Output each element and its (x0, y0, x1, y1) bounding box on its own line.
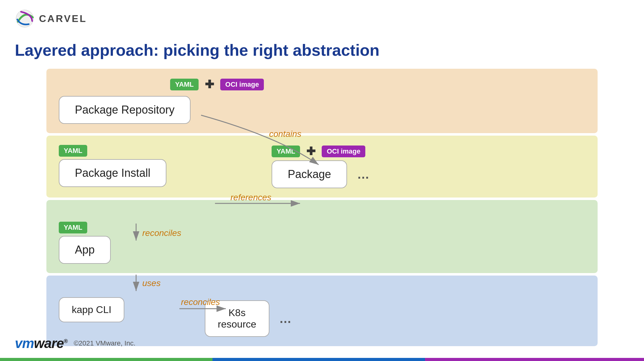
vmware-logo: vmware® (15, 336, 67, 351)
band-app: YAML App (46, 200, 598, 273)
footer-bar (0, 358, 644, 361)
band-package-repository: YAML ✚ OCI image Package Repository (46, 69, 598, 133)
plus-icon-package: ✚ (306, 145, 316, 158)
kapp-cli-node: kapp CLI (59, 297, 124, 322)
yaml-badge-app: YAML (59, 222, 87, 233)
diagram-wrapper: contains references reconciles uses reco… (46, 69, 598, 346)
footer: vmware® ©2021 VMware, Inc. (0, 330, 644, 361)
logo-container: CARVEL (15, 9, 87, 28)
band-package-install: YAML Package Install YAML ✚ OCI image Pa… (46, 136, 598, 198)
package-install-node: Package Install (59, 159, 166, 187)
footer-copyright: ©2021 VMware, Inc. (74, 339, 135, 347)
header: CARVEL (0, 0, 644, 32)
slide-title: Layered approach: picking the right abst… (0, 32, 644, 69)
k8s-resource-label: K8sresource (218, 307, 256, 330)
oci-badge-repo: OCI image (220, 79, 264, 90)
package-node: Package (272, 160, 347, 188)
carvel-logo-icon (15, 9, 35, 28)
footer-content: vmware® ©2021 VMware, Inc. (0, 330, 644, 358)
oci-badge-package: OCI image (322, 146, 365, 157)
plus-icon-repo: ✚ (205, 78, 214, 91)
package-repository-node: Package Repository (59, 96, 191, 124)
app-node: App (59, 236, 111, 264)
k8s-ellipsis: … (279, 312, 292, 326)
yaml-badge-package: YAML (272, 146, 300, 157)
logo-text: CARVEL (39, 13, 87, 24)
yaml-badge-install: YAML (59, 145, 87, 157)
yaml-badge-repo: YAML (170, 79, 199, 90)
package-ellipsis: … (357, 167, 369, 181)
